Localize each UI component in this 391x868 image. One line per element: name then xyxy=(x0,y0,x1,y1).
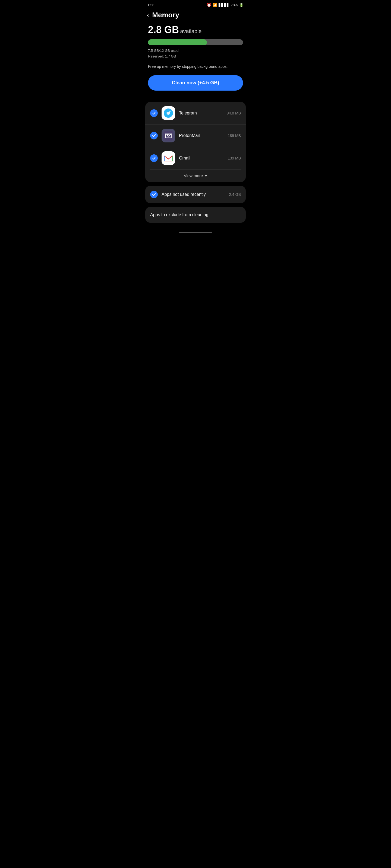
reserved-text: Reserved: 1.7 GB xyxy=(148,54,243,59)
alarm-icon: ⏰ xyxy=(206,3,211,7)
memory-progress-bar xyxy=(148,39,243,45)
checkbox-gmail[interactable] xyxy=(150,154,158,162)
available-text: 2.8 GB available xyxy=(148,24,243,35)
free-tip: Free up memory by stopping background ap… xyxy=(148,64,243,69)
battery-icon: 🔋 xyxy=(239,3,244,7)
memory-section: 2.8 GB available 7.5 GB/12 GB used Reser… xyxy=(143,24,248,102)
header: ‹ Memory xyxy=(143,9,248,24)
checkmark-icon xyxy=(152,156,156,160)
checkbox-unused-apps[interactable] xyxy=(150,191,158,198)
chevron-down-icon: ▾ xyxy=(205,173,207,178)
clean-now-button[interactable]: Clean now (+4.5 GB) xyxy=(148,75,243,91)
unused-apps-size: 2.4 GB xyxy=(229,192,241,197)
back-button[interactable]: ‹ xyxy=(147,12,149,18)
apps-card: Telegram 94.8 MB ProtonMail 189 MB xyxy=(145,102,246,182)
telegram-logo xyxy=(164,108,173,118)
status-icons: ⏰ 📶 ▋▋▋▋ 78% 🔋 xyxy=(206,3,244,7)
unused-apps-card[interactable]: Apps not used recently 2.4 GB xyxy=(145,186,246,203)
app-row-gmail[interactable]: Gmail 139 MB xyxy=(145,147,246,169)
available-gb: 2.8 GB xyxy=(148,24,179,35)
checkmark-icon xyxy=(152,193,156,196)
checkbox-protonmail[interactable] xyxy=(150,132,158,140)
telegram-app-size: 94.8 MB xyxy=(227,111,241,115)
gmail-app-name: Gmail xyxy=(179,156,224,161)
gmail-logo xyxy=(164,154,173,162)
unused-apps-label: Apps not used recently xyxy=(162,192,225,197)
view-more-label: View more xyxy=(184,173,203,178)
exclude-apps-card[interactable]: Apps to exclude from cleaning xyxy=(145,207,246,223)
exclude-apps-label: Apps to exclude from cleaning xyxy=(150,212,208,217)
home-bar xyxy=(179,232,212,233)
protonmail-app-name: ProtonMail xyxy=(179,133,224,138)
checkmark-icon xyxy=(152,111,156,115)
memory-details: 7.5 GB/12 GB used Reserved: 1.7 GB xyxy=(148,48,243,59)
available-label: available xyxy=(180,28,202,34)
view-more-button[interactable]: View more ▾ xyxy=(145,169,246,182)
battery-label: 78% xyxy=(231,3,238,7)
telegram-app-icon xyxy=(162,106,175,120)
status-time: 1:56 xyxy=(147,3,154,7)
svg-rect-4 xyxy=(164,154,173,162)
wifi-icon: 📶 xyxy=(213,3,217,7)
telegram-app-name: Telegram xyxy=(179,111,223,116)
protonmail-app-icon xyxy=(162,129,175,143)
page-title: Memory xyxy=(152,11,179,19)
checkmark-icon xyxy=(152,134,156,137)
app-row-protonmail[interactable]: ProtonMail 189 MB xyxy=(145,124,246,147)
used-text: 7.5 GB/12 GB used xyxy=(148,48,243,54)
gmail-app-icon xyxy=(162,151,175,165)
gmail-app-size: 139 MB xyxy=(228,156,241,160)
home-indicator xyxy=(143,226,248,236)
app-row-telegram[interactable]: Telegram 94.8 MB xyxy=(145,102,246,124)
svg-rect-1 xyxy=(164,131,173,141)
signal-icon: ▋▋▋▋ xyxy=(219,3,229,7)
status-bar: 1:56 ⏰ 📶 ▋▋▋▋ 78% 🔋 xyxy=(143,0,248,9)
protonmail-app-size: 189 MB xyxy=(228,133,241,138)
checkbox-telegram[interactable] xyxy=(150,109,158,117)
progress-bar-fill xyxy=(148,39,207,45)
protonmail-logo xyxy=(164,131,173,141)
